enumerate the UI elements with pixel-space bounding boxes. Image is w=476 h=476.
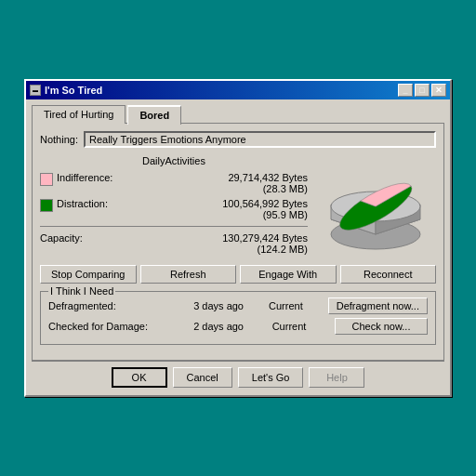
engage-with-button[interactable]: Engage With	[240, 265, 337, 284]
main-window: I'm So Tired _ □ ✕ Tired of Hurting Bore…	[24, 79, 452, 397]
nothing-input[interactable]	[84, 131, 436, 148]
right-panel	[315, 155, 436, 258]
defragmented-row: Defragmented: 3 days ago Current Defragm…	[48, 296, 428, 316]
defragmented-status: Current	[244, 300, 328, 311]
indifference-name: Indifference:	[57, 172, 112, 183]
divider	[40, 226, 308, 227]
stop-comparing-button[interactable]: Stop Comparing	[40, 265, 137, 284]
refresh-button[interactable]: Refresh	[140, 265, 237, 284]
cancel-button[interactable]: Cancel	[173, 367, 232, 388]
title-bar-buttons: _ □ ✕	[398, 84, 446, 97]
check-now-button[interactable]: Check now...	[335, 318, 428, 335]
daily-activities-label: DailyActivities	[40, 155, 308, 166]
group-box-label: I Think I Need	[48, 285, 115, 297]
window-icon	[30, 85, 41, 96]
distraction-swatch	[40, 199, 53, 212]
checked-damage-label: Checked for Damage:	[48, 321, 160, 332]
distraction-values: 100,564,992 Bytes (95.9 MB)	[112, 198, 308, 220]
ok-button[interactable]: OK	[112, 367, 167, 388]
minimize-button[interactable]: _	[398, 84, 413, 97]
bottom-buttons: OK Cancel Let's Go Help	[32, 361, 444, 390]
window-body: Tired of Hurting Bored Nothing: DailyAct…	[26, 99, 450, 395]
distraction-name: Distraction:	[57, 198, 108, 209]
tab-bar: Tired of Hurting Bored	[32, 105, 444, 124]
reconnect-button[interactable]: Reconnect	[340, 265, 437, 284]
disk-icon	[320, 155, 431, 258]
checked-damage-time: 2 days ago	[160, 321, 244, 332]
main-area: DailyActivities Indifference: 29,714,432…	[40, 155, 436, 258]
nothing-row: Nothing:	[40, 131, 436, 148]
tab-tired-of-hurting[interactable]: Tired of Hurting	[32, 105, 126, 124]
checked-damage-row: Checked for Damage: 2 days ago Current C…	[48, 316, 428, 337]
lets-go-button[interactable]: Let's Go	[238, 367, 304, 388]
defragmented-time: 3 days ago	[160, 300, 244, 311]
action-buttons: Stop Comparing Refresh Engage With Recon…	[40, 265, 436, 284]
left-panel: DailyActivities Indifference: 29,714,432…	[40, 155, 308, 258]
capacity-row: Capacity: 130,279,424 Bytes (124.2 MB)	[40, 232, 308, 255]
i-think-i-need-group: I Think I Need Defragmented: 3 days ago …	[40, 291, 436, 345]
disk-chart-svg	[320, 155, 431, 258]
window-title: I'm So Tired	[45, 85, 394, 96]
close-button[interactable]: ✕	[431, 84, 446, 97]
tab-content: Nothing: DailyActivities Indifference: 2…	[32, 123, 444, 361]
indifference-item: Indifference: 29,714,432 Bytes (28.3 MB)	[40, 172, 308, 194]
help-button[interactable]: Help	[309, 367, 364, 388]
nothing-label: Nothing:	[40, 134, 78, 145]
indifference-values: 29,714,432 Bytes (28.3 MB)	[116, 172, 308, 194]
defragment-now-button[interactable]: Defragment now...	[328, 298, 428, 314]
title-bar: I'm So Tired _ □ ✕	[26, 81, 450, 99]
capacity-values: 130,279,424 Bytes (124.2 MB)	[88, 232, 308, 255]
distraction-item: Distraction: 100,564,992 Bytes (95.9 MB)	[40, 198, 308, 220]
checked-damage-status: Current	[244, 321, 335, 332]
maximize-button[interactable]: □	[415, 84, 430, 97]
capacity-label: Capacity:	[40, 232, 83, 244]
defragmented-label: Defragmented:	[48, 300, 160, 311]
indifference-swatch	[40, 173, 53, 186]
tab-bored[interactable]: Bored	[127, 105, 181, 125]
